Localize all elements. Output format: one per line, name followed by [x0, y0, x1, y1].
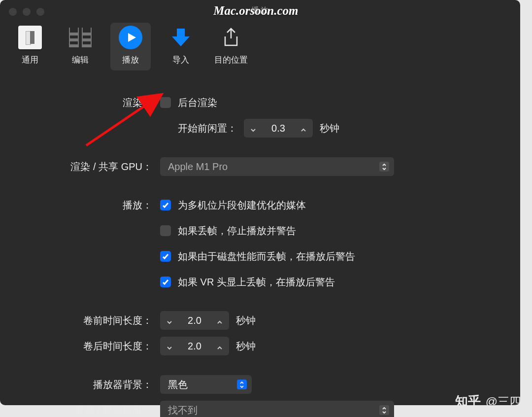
- zhihu-author: @三四: [486, 394, 521, 410]
- window-controls: [9, 8, 44, 16]
- close-icon[interactable]: [9, 8, 17, 16]
- titlebar: 播放: [0, 0, 520, 18]
- disk-drop-warn-checkbox[interactable]: [160, 251, 171, 262]
- share-icon: [219, 26, 243, 49]
- toolbar-label: 播放: [122, 54, 139, 66]
- postroll-value: 2.0: [188, 341, 201, 352]
- stop-on-drop-checkbox[interactable]: [160, 225, 171, 236]
- zoom-icon[interactable]: [36, 8, 44, 16]
- preroll-value: 2.0: [188, 315, 201, 326]
- download-icon: [169, 26, 193, 49]
- chevron-down-icon[interactable]: [166, 317, 173, 324]
- toolbar-label: 导入: [172, 54, 189, 66]
- toolbar-general[interactable]: 通用: [10, 23, 50, 70]
- idle-label: 开始前闲置：: [178, 122, 237, 135]
- playerbg-select[interactable]: 黑色: [160, 375, 252, 394]
- toolbar-label: 目的位置: [214, 54, 248, 66]
- play-icon: [119, 26, 142, 49]
- gpu-value: Apple M1 Pro: [168, 161, 228, 173]
- preroll-stepper[interactable]: 2.0: [160, 311, 229, 330]
- general-icon: [18, 26, 42, 49]
- preroll-label: 卷前时间长度：: [15, 314, 160, 327]
- vr-drop-warn-label: 如果 VR 头显上丢帧，在播放后警告: [178, 276, 335, 289]
- stop-on-drop-label: 如果丢帧，停止播放并警告: [178, 224, 296, 238]
- chevron-down-icon[interactable]: [166, 343, 173, 349]
- toolbar-edit[interactable]: 编辑: [60, 23, 100, 70]
- minimize-icon[interactable]: [23, 8, 31, 16]
- select-caret-icon: [379, 405, 389, 415]
- playback-label: 播放：: [15, 199, 160, 212]
- toolbar-playback[interactable]: 播放: [110, 23, 151, 70]
- gpu-label: 渲染 / 共享 GPU：: [15, 160, 160, 174]
- gpu-select[interactable]: Apple M1 Pro: [160, 157, 394, 176]
- disk-drop-warn-label: 如果由于磁盘性能而丢帧，在播放后警告: [178, 250, 355, 263]
- chevron-up-icon[interactable]: [300, 125, 307, 132]
- vr-drop-warn-checkbox[interactable]: [160, 277, 171, 287]
- playerbg-value: 黑色: [168, 378, 188, 391]
- render-label: 渲染：: [15, 96, 160, 109]
- multicam-optimize-label: 为多机位片段创建优化的媒体: [178, 199, 306, 212]
- postroll-label: 卷后时间长度：: [15, 340, 160, 353]
- edit-icon: [68, 26, 92, 49]
- window-title: 播放: [251, 6, 269, 14]
- idle-stepper[interactable]: 0.3: [244, 119, 313, 138]
- chevron-up-icon[interactable]: [216, 343, 223, 349]
- select-caret-icon: [237, 380, 247, 389]
- playerbg-label: 播放器背景：: [15, 378, 160, 391]
- content-area: 渲染： 后台渲染 开始前闲置： 0.3 秒钟 渲染 / 共享 GP: [0, 75, 520, 417]
- prefs-toolbar: 通用 编辑 播放 导入 目的位置: [0, 18, 520, 75]
- toolbar-destinations[interactable]: 目的位置: [211, 23, 251, 70]
- preroll-unit: 秒钟: [236, 314, 256, 327]
- postroll-stepper[interactable]: 2.0: [160, 337, 229, 355]
- zhihu-logo-icon: 知乎: [455, 393, 481, 410]
- avout-label: 音频 / 视频输出：: [15, 404, 160, 417]
- avout-value: 找不到: [168, 404, 198, 417]
- background-render-label: 后台渲染: [178, 96, 217, 109]
- background-render-checkbox[interactable]: [160, 97, 171, 108]
- idle-value: 0.3: [271, 123, 285, 134]
- avout-select[interactable]: 找不到: [160, 401, 394, 417]
- select-caret-icon: [379, 162, 389, 172]
- idle-unit: 秒钟: [320, 122, 339, 135]
- zhihu-watermark: 知乎 @三四: [455, 393, 521, 410]
- toolbar-import[interactable]: 导入: [161, 23, 201, 70]
- chevron-down-icon[interactable]: [250, 125, 257, 132]
- toolbar-label: 编辑: [72, 54, 89, 66]
- multicam-optimize-checkbox[interactable]: [160, 200, 171, 210]
- preferences-window: 播放 Mac.orsoon.com 通用 编辑 播放 导入: [0, 0, 520, 405]
- toolbar-label: 通用: [22, 54, 38, 66]
- postroll-unit: 秒钟: [236, 340, 256, 353]
- chevron-up-icon[interactable]: [216, 317, 223, 324]
